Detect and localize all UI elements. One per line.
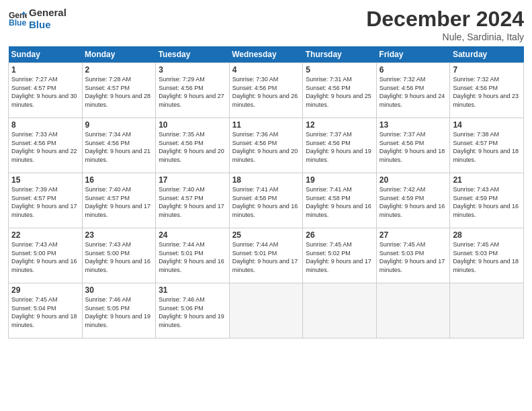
calendar-week-2: 8Sunrise: 7:33 AMSunset: 4:56 PMDaylight… bbox=[9, 118, 524, 173]
day-number: 4 bbox=[232, 65, 300, 75]
calendar-cell: 8Sunrise: 7:33 AMSunset: 4:56 PMDaylight… bbox=[9, 118, 83, 173]
day-number: 3 bbox=[159, 65, 226, 75]
calendar-cell: 24Sunrise: 7:44 AMSunset: 5:01 PMDayligh… bbox=[156, 228, 230, 283]
calendar-cell: 1Sunrise: 7:27 AMSunset: 4:57 PMDaylight… bbox=[9, 63, 83, 118]
calendar-cell: 16Sunrise: 7:40 AMSunset: 4:57 PMDayligh… bbox=[82, 173, 156, 228]
calendar-week-1: 1Sunrise: 7:27 AMSunset: 4:57 PMDaylight… bbox=[9, 63, 524, 118]
calendar-week-3: 15Sunrise: 7:39 AMSunset: 4:57 PMDayligh… bbox=[9, 173, 524, 228]
col-thursday: Thursday bbox=[303, 46, 377, 63]
day-info: Sunrise: 7:40 AMSunset: 4:57 PMDaylight:… bbox=[159, 185, 226, 219]
calendar-cell: 15Sunrise: 7:39 AMSunset: 4:57 PMDayligh… bbox=[9, 173, 83, 228]
calendar-cell: 20Sunrise: 7:42 AMSunset: 4:59 PMDayligh… bbox=[376, 173, 450, 228]
calendar-cell: 23Sunrise: 7:43 AMSunset: 5:00 PMDayligh… bbox=[82, 228, 156, 283]
calendar-cell: 27Sunrise: 7:45 AMSunset: 5:03 PMDayligh… bbox=[376, 228, 450, 283]
col-saturday: Saturday bbox=[450, 46, 524, 63]
day-number: 14 bbox=[453, 120, 521, 130]
calendar-cell: 10Sunrise: 7:35 AMSunset: 4:56 PMDayligh… bbox=[156, 118, 230, 173]
day-number: 18 bbox=[232, 175, 300, 185]
day-info: Sunrise: 7:37 AMSunset: 4:56 PMDaylight:… bbox=[380, 130, 447, 164]
day-number: 2 bbox=[85, 65, 153, 75]
calendar-cell: 2Sunrise: 7:28 AMSunset: 4:57 PMDaylight… bbox=[82, 63, 156, 118]
calendar-cell: 25Sunrise: 7:44 AMSunset: 5:01 PMDayligh… bbox=[229, 228, 303, 283]
day-number: 30 bbox=[85, 285, 153, 295]
day-number: 13 bbox=[380, 120, 447, 130]
logo-line1: General bbox=[29, 7, 66, 19]
day-number: 10 bbox=[159, 120, 226, 130]
day-info: Sunrise: 7:40 AMSunset: 4:57 PMDaylight:… bbox=[85, 185, 153, 219]
page-container: General Blue General Blue December 2024 … bbox=[0, 0, 532, 344]
calendar-cell: 17Sunrise: 7:40 AMSunset: 4:57 PMDayligh… bbox=[156, 173, 230, 228]
day-number: 29 bbox=[11, 285, 79, 295]
day-info: Sunrise: 7:44 AMSunset: 5:01 PMDaylight:… bbox=[232, 240, 300, 274]
day-number: 26 bbox=[306, 230, 373, 240]
day-number: 28 bbox=[453, 230, 521, 240]
month-title: December 2024 bbox=[366, 7, 524, 32]
col-wednesday: Wednesday bbox=[229, 46, 303, 63]
day-info: Sunrise: 7:42 AMSunset: 4:59 PMDaylight:… bbox=[380, 185, 447, 219]
day-number: 19 bbox=[306, 175, 373, 185]
day-info: Sunrise: 7:44 AMSunset: 5:01 PMDaylight:… bbox=[159, 240, 226, 274]
day-number: 1 bbox=[11, 65, 79, 75]
day-number: 11 bbox=[232, 120, 300, 130]
calendar-cell: 19Sunrise: 7:41 AMSunset: 4:58 PMDayligh… bbox=[303, 173, 377, 228]
day-info: Sunrise: 7:27 AMSunset: 4:57 PMDaylight:… bbox=[11, 75, 79, 109]
calendar-cell: 6Sunrise: 7:32 AMSunset: 4:56 PMDaylight… bbox=[376, 63, 450, 118]
calendar-cell: 30Sunrise: 7:46 AMSunset: 5:05 PMDayligh… bbox=[82, 283, 156, 338]
logo-text-block: General Blue bbox=[29, 7, 66, 31]
calendar-cell: 11Sunrise: 7:36 AMSunset: 4:56 PMDayligh… bbox=[229, 118, 303, 173]
day-number: 31 bbox=[159, 285, 226, 295]
day-number: 8 bbox=[11, 120, 79, 130]
column-headers: Sunday Monday Tuesday Wednesday Thursday… bbox=[9, 46, 524, 63]
location-title: Nule, Sardinia, Italy bbox=[366, 32, 524, 42]
logo-line2: Blue bbox=[29, 19, 66, 31]
day-info: Sunrise: 7:38 AMSunset: 4:57 PMDaylight:… bbox=[453, 130, 521, 164]
calendar-cell: 9Sunrise: 7:34 AMSunset: 4:56 PMDaylight… bbox=[82, 118, 156, 173]
day-number: 6 bbox=[380, 65, 447, 75]
calendar-cell: 31Sunrise: 7:46 AMSunset: 5:06 PMDayligh… bbox=[156, 283, 230, 338]
day-info: Sunrise: 7:32 AMSunset: 4:56 PMDaylight:… bbox=[453, 75, 521, 109]
day-number: 9 bbox=[85, 120, 153, 130]
day-info: Sunrise: 7:39 AMSunset: 4:57 PMDaylight:… bbox=[11, 185, 79, 219]
logo: General Blue General Blue bbox=[8, 7, 66, 31]
col-friday: Friday bbox=[376, 46, 450, 63]
day-number: 15 bbox=[11, 175, 79, 185]
svg-text:Blue: Blue bbox=[9, 18, 27, 28]
calendar-cell: 12Sunrise: 7:37 AMSunset: 4:56 PMDayligh… bbox=[303, 118, 377, 173]
day-info: Sunrise: 7:28 AMSunset: 4:57 PMDaylight:… bbox=[85, 75, 153, 109]
title-block: December 2024 Nule, Sardinia, Italy bbox=[366, 7, 524, 42]
calendar-cell: 14Sunrise: 7:38 AMSunset: 4:57 PMDayligh… bbox=[450, 118, 524, 173]
day-info: Sunrise: 7:36 AMSunset: 4:56 PMDaylight:… bbox=[232, 130, 300, 164]
calendar-cell: 4Sunrise: 7:30 AMSunset: 4:56 PMDaylight… bbox=[229, 63, 303, 118]
day-info: Sunrise: 7:33 AMSunset: 4:56 PMDaylight:… bbox=[11, 130, 79, 164]
day-info: Sunrise: 7:45 AMSunset: 5:02 PMDaylight:… bbox=[306, 240, 373, 274]
day-info: Sunrise: 7:37 AMSunset: 4:56 PMDaylight:… bbox=[306, 130, 373, 164]
day-number: 20 bbox=[380, 175, 447, 185]
day-number: 21 bbox=[453, 175, 521, 185]
day-info: Sunrise: 7:46 AMSunset: 5:06 PMDaylight:… bbox=[159, 295, 226, 329]
calendar-cell: 28Sunrise: 7:45 AMSunset: 5:03 PMDayligh… bbox=[450, 228, 524, 283]
day-number: 27 bbox=[380, 230, 447, 240]
day-number: 16 bbox=[85, 175, 153, 185]
day-number: 12 bbox=[306, 120, 373, 130]
calendar-cell: 18Sunrise: 7:41 AMSunset: 4:58 PMDayligh… bbox=[229, 173, 303, 228]
day-number: 23 bbox=[85, 230, 153, 240]
calendar-cell: 26Sunrise: 7:45 AMSunset: 5:02 PMDayligh… bbox=[303, 228, 377, 283]
day-number: 17 bbox=[159, 175, 226, 185]
day-number: 5 bbox=[306, 65, 373, 75]
calendar-cell bbox=[303, 283, 377, 338]
col-tuesday: Tuesday bbox=[156, 46, 230, 63]
logo-icon: General Blue bbox=[8, 9, 27, 28]
col-monday: Monday bbox=[82, 46, 156, 63]
calendar-cell: 21Sunrise: 7:43 AMSunset: 4:59 PMDayligh… bbox=[450, 173, 524, 228]
day-info: Sunrise: 7:35 AMSunset: 4:56 PMDaylight:… bbox=[159, 130, 226, 164]
day-number: 25 bbox=[232, 230, 300, 240]
day-number: 24 bbox=[159, 230, 226, 240]
calendar-cell: 3Sunrise: 7:29 AMSunset: 4:56 PMDaylight… bbox=[156, 63, 230, 118]
day-info: Sunrise: 7:43 AMSunset: 4:59 PMDaylight:… bbox=[453, 185, 521, 219]
calendar-cell: 13Sunrise: 7:37 AMSunset: 4:56 PMDayligh… bbox=[376, 118, 450, 173]
calendar-cell bbox=[376, 283, 450, 338]
day-info: Sunrise: 7:45 AMSunset: 5:03 PMDaylight:… bbox=[453, 240, 521, 274]
calendar-cell: 29Sunrise: 7:45 AMSunset: 5:04 PMDayligh… bbox=[9, 283, 83, 338]
calendar-cell: 5Sunrise: 7:31 AMSunset: 4:56 PMDaylight… bbox=[303, 63, 377, 118]
header-row: General Blue General Blue December 2024 … bbox=[8, 7, 524, 42]
